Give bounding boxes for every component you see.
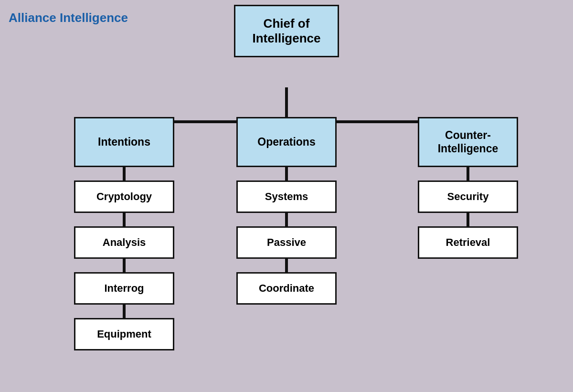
counterintelligence-column: Counter-Intelligence Security Retrieval [418,117,518,259]
operations-column: Operations Systems Passive Coordinate [236,117,337,305]
v-conn-8 [467,167,469,180]
security-box: Security [418,180,518,213]
v-conn-7 [285,259,288,272]
v-conn-2 [123,213,126,226]
page-title: Alliance Intelligence [9,11,128,25]
v-conn-4 [123,305,126,318]
v-conn-6 [285,213,288,226]
equipment-box: Equipment [74,318,174,350]
v-conn-5 [285,167,288,180]
retrieval-box: Retrieval [418,226,518,259]
root-node: Chief ofIntelligence [234,5,339,57]
coordinate-box: Coordinate [236,272,337,305]
systems-box: Systems [236,180,337,213]
chief-of-intelligence-box: Chief ofIntelligence [234,5,339,57]
intentions-box: Intentions [74,117,174,167]
v-conn-9 [467,213,469,226]
passive-box: Passive [236,226,337,259]
cryptology-box: Cryptology [74,180,174,213]
analysis-box: Analysis [74,226,174,259]
operations-box: Operations [236,117,337,167]
v-conn-1 [123,167,126,180]
interrog-box: Interrog [74,272,174,305]
counter-intelligence-box: Counter-Intelligence [418,117,518,167]
intentions-column: Intentions Cryptology Analysis Interrog … [74,117,174,350]
v-conn-3 [123,259,126,272]
